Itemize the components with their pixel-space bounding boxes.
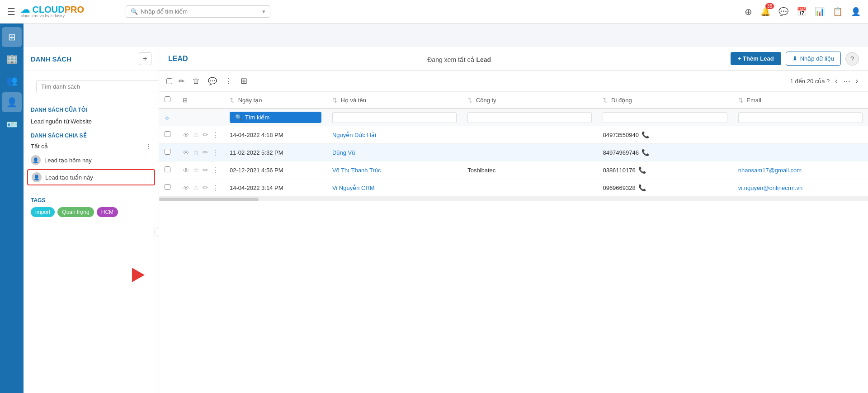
phone-icon[interactable]: 📞 xyxy=(638,166,646,174)
row-actions-cell: 👁 ☆ ✏ ⋮ xyxy=(177,161,224,179)
shared-item-week[interactable]: 👤 Lead tạo tuần này xyxy=(27,169,155,185)
eye-icon[interactable]: 👁 xyxy=(183,166,189,174)
inbox-icon[interactable]: 📋 xyxy=(833,7,843,17)
tag-hcm[interactable]: HCM xyxy=(97,207,118,217)
row-name-cell: Vi Nguyễn CRM xyxy=(327,179,462,197)
pagination-dots-button[interactable]: ⋯ xyxy=(843,77,850,85)
calendar-icon[interactable]: 📅 xyxy=(797,7,807,17)
collapse-panel-button[interactable]: ‹ xyxy=(154,227,159,237)
filter-icon[interactable]: ⬦ xyxy=(165,113,170,122)
search-name-cell xyxy=(327,109,462,126)
select-all-checkbox[interactable] xyxy=(166,78,172,84)
col-company: ⇅ Công ty xyxy=(462,92,597,109)
shared-item-label: Lead tạo tuần này xyxy=(45,174,93,181)
layout-icon[interactable]: ⊞ xyxy=(183,97,188,104)
add-icon[interactable]: ⊕ xyxy=(745,6,752,17)
tags-label: TAGS xyxy=(31,197,151,204)
search-email-input[interactable] xyxy=(738,112,863,123)
row-checkbox[interactable] xyxy=(165,131,170,137)
lead-name-link[interactable]: Vi Nguyễn CRM xyxy=(332,185,375,191)
row-company-cell: Toshibatec xyxy=(462,161,597,179)
scroll-thumb[interactable] xyxy=(159,198,259,201)
search-input[interactable] xyxy=(141,8,259,15)
hamburger-menu[interactable]: ☰ xyxy=(7,6,15,17)
notification-icon[interactable]: 🔔 36 xyxy=(760,7,770,17)
phone-icon[interactable]: 📞 xyxy=(642,149,649,156)
sidebar-item-contacts[interactable]: 👥 xyxy=(2,71,22,90)
search-list-input[interactable] xyxy=(36,80,159,93)
row-checkbox[interactable] xyxy=(165,149,170,155)
delete-icon[interactable]: 🗑 xyxy=(191,75,202,87)
grid-view-icon[interactable]: ⊞ xyxy=(239,74,249,88)
phone-icon[interactable]: 📞 xyxy=(638,184,646,191)
lead-name-link[interactable]: Dũng Vũ xyxy=(332,149,355,156)
more-row-icon[interactable]: ⋮ xyxy=(212,148,219,156)
edit-row-icon[interactable]: ✏ xyxy=(203,166,208,174)
horizontal-scrollbar[interactable] xyxy=(159,197,868,201)
danh-sach-title: DANH SÁCH xyxy=(31,55,71,63)
chat-icon[interactable]: 💬 xyxy=(778,7,788,17)
sort-date-icon[interactable]: ⇅ xyxy=(230,97,235,104)
row-actions: 👁 ☆ ✏ ⋮ xyxy=(183,166,219,174)
eye-icon[interactable]: 👁 xyxy=(183,184,189,192)
search-filter-row: ⬦ 🔍 Tìm kiếm xyxy=(159,109,868,126)
row-name-cell: Nguyễn Đức Hải xyxy=(327,126,462,144)
lead-name-link[interactable]: Võ Thị Thanh Trúc xyxy=(332,167,381,174)
search-row-action-cell xyxy=(177,109,224,126)
search-company-input[interactable] xyxy=(467,112,592,123)
lead-name-link[interactable]: Nguyễn Đức Hải xyxy=(332,132,376,138)
edit-row-icon[interactable]: ✏ xyxy=(203,148,208,156)
comment-icon[interactable]: 💬 xyxy=(206,75,219,87)
more-row-icon[interactable]: ⋮ xyxy=(212,131,219,139)
more-row-icon[interactable]: ⋮ xyxy=(212,184,219,192)
tag-import[interactable]: import xyxy=(31,207,55,217)
search-email-cell xyxy=(733,109,868,126)
red-arrow-icon xyxy=(132,268,145,282)
add-list-button[interactable]: + xyxy=(139,52,151,65)
shared-item-today[interactable]: 👤 Lead tạo hôm nay xyxy=(24,152,159,168)
avatar: 👤 xyxy=(32,172,42,182)
three-dot-icon[interactable]: ⋮ xyxy=(146,143,151,150)
edit-icon[interactable]: ✏ xyxy=(177,75,186,87)
edit-row-icon[interactable]: ✏ xyxy=(203,184,208,192)
logo-tagline: cloud.crm.vn by industry xyxy=(21,14,84,18)
row-company-cell xyxy=(462,179,597,197)
star-icon[interactable]: ☆ xyxy=(193,148,199,156)
user-profile-icon[interactable]: 👤 xyxy=(851,7,861,17)
edit-row-icon[interactable]: ✏ xyxy=(203,131,208,139)
sort-phone-icon[interactable]: ⇅ xyxy=(603,97,608,104)
pagination-prev-button[interactable]: ‹ xyxy=(832,76,840,86)
sort-name-icon[interactable]: ⇅ xyxy=(332,97,337,104)
phone-icon[interactable]: 📞 xyxy=(642,131,649,138)
eye-icon[interactable]: 👁 xyxy=(183,149,189,156)
search-button[interactable]: 🔍 Tìm kiếm xyxy=(230,112,321,123)
sidebar-item-dashboard[interactable]: ⊞ xyxy=(2,27,22,47)
import-data-button[interactable]: ⬇ Nhập dữ liệu xyxy=(786,52,841,66)
left-panel: DANH SÁCH + DANH SÁCH CỦA TÔI Lead nguồn… xyxy=(24,47,159,393)
help-button[interactable]: ? xyxy=(845,52,859,66)
pagination-next-button[interactable]: › xyxy=(853,76,861,86)
chart-icon[interactable]: 📊 xyxy=(815,7,825,17)
search-phone-input[interactable] xyxy=(603,112,727,123)
star-icon[interactable]: ☆ xyxy=(193,131,199,139)
shared-all-text[interactable]: Tất cả xyxy=(31,143,48,150)
sort-email-icon[interactable]: ⇅ xyxy=(738,97,743,104)
row-checkbox[interactable] xyxy=(165,166,170,172)
header-checkbox[interactable] xyxy=(165,96,170,102)
sidebar-item-company[interactable]: 🏢 xyxy=(2,49,22,69)
tags-section: TAGS import Quan trọng HCM xyxy=(24,193,159,219)
sort-company-icon[interactable]: ⇅ xyxy=(467,97,472,104)
my-list-item-website[interactable]: Lead nguồn từ Website xyxy=(24,115,159,128)
row-checkbox[interactable] xyxy=(165,184,170,190)
search-name-input[interactable] xyxy=(332,112,457,123)
eye-icon[interactable]: 👁 xyxy=(183,131,189,139)
global-search-bar[interactable]: 🔍 ▾ xyxy=(126,5,270,18)
star-icon[interactable]: ☆ xyxy=(193,166,199,174)
star-icon[interactable]: ☆ xyxy=(193,184,199,192)
more-row-icon[interactable]: ⋮ xyxy=(212,166,219,174)
sidebar-item-lead[interactable]: 👤 xyxy=(2,92,22,112)
tag-important[interactable]: Quan trọng xyxy=(57,207,94,217)
more-options-icon[interactable]: ⋮ xyxy=(223,75,234,87)
sidebar-item-idcard[interactable]: 🪪 xyxy=(2,114,22,134)
add-lead-button[interactable]: + Thêm Lead xyxy=(731,52,781,65)
